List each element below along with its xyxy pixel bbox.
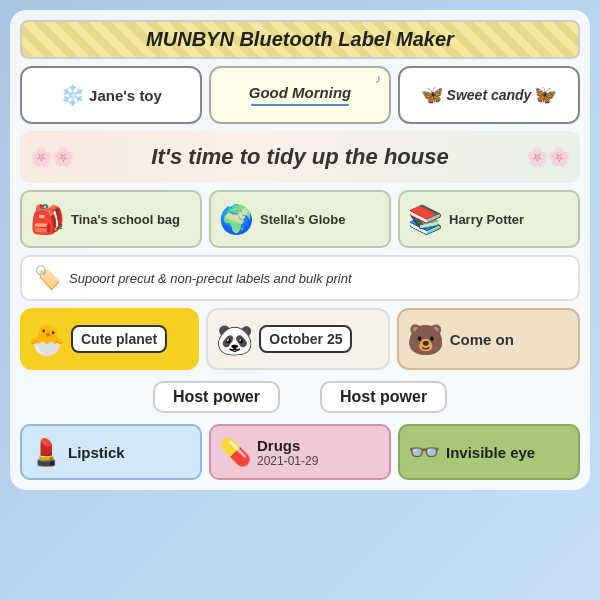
host-power-card-1: Host power — [153, 381, 280, 413]
sweet-candy-card: 🦋 Sweet candy 🦋 — [398, 66, 580, 124]
lipstick-label: Lipstick — [68, 444, 125, 461]
title-bar: MUNBYN Bluetooth Label Maker — [20, 20, 580, 59]
row-school: 🎒 Tina's school bag 🌍 Stella's Globe 📚 H… — [20, 190, 580, 248]
stellas-globe-card: 🌍 Stella's Globe — [209, 190, 391, 248]
panda-card: 🐼 October 25 — [206, 308, 389, 370]
good-morning-underline — [251, 104, 348, 106]
chick-icon: 🐣 — [28, 322, 65, 357]
harry-potter-card: 📚 Harry Potter — [398, 190, 580, 248]
harry-potter-label: Harry Potter — [449, 212, 524, 227]
flower-right-icon: 🌸🌸 — [526, 146, 570, 168]
banner-text: It's time to tidy up the house — [151, 144, 448, 170]
tinas-bag-card: 🎒 Tina's school bag — [20, 190, 202, 248]
label-icon: 🏷️ — [34, 265, 61, 291]
row-bottom: 💄 Lipstick 💊 Drugs 2021-01-29 👓 Invisibl… — [20, 424, 580, 480]
row-label-cards: ❄️ Jane's toy ♪ Good Morning 🦋 Sweet can… — [20, 66, 580, 124]
lipstick-icon: 💄 — [30, 437, 62, 468]
tinas-bag-label: Tina's school bag — [71, 212, 180, 227]
cute-planet-label: Cute planet — [71, 325, 167, 353]
backpack-icon: 🎒 — [30, 203, 65, 236]
janes-toy-label: Jane's toy — [89, 87, 162, 104]
come-on-label: Come on — [450, 331, 514, 348]
snowflake-icon: ❄️ — [60, 83, 85, 107]
drugs-label: Drugs — [257, 437, 318, 454]
support-row: 🏷️ Supoort precut & non-precut labels an… — [20, 255, 580, 301]
good-morning-card: ♪ Good Morning — [209, 66, 391, 124]
music-icon: ♪ — [375, 72, 381, 86]
flower-left-icon: 🌸🌸 — [30, 146, 74, 168]
host-power-card-2: Host power — [320, 381, 447, 413]
october-label: October 25 — [259, 325, 352, 353]
good-morning-label: Good Morning — [249, 84, 351, 101]
host-power-label-1: Host power — [173, 388, 260, 405]
row-animals: 🐣 Cute planet 🐼 October 25 🐻 Come on — [20, 308, 580, 370]
drugs-card: 💊 Drugs 2021-01-29 — [209, 424, 391, 480]
stellas-globe-label: Stella's Globe — [260, 212, 345, 227]
bear-card: 🐻 Come on — [397, 308, 580, 370]
panda-icon: 🐼 — [216, 322, 253, 357]
sweet-candy-label: Sweet candy — [447, 87, 532, 103]
butterfly-left-icon: 🦋 — [421, 84, 443, 106]
books-icon: 📚 — [408, 203, 443, 236]
lipstick-card: 💄 Lipstick — [20, 424, 202, 480]
row-host: Host power Host power — [20, 377, 580, 417]
pill-icon: 💊 — [219, 437, 251, 468]
banner-row: 🌸🌸 It's time to tidy up the house 🌸🌸 — [20, 131, 580, 183]
janes-toy-card: ❄️ Jane's toy — [20, 66, 202, 124]
glasses-icon: 👓 — [408, 437, 440, 468]
chick-card: 🐣 Cute planet — [20, 308, 199, 370]
main-container: MUNBYN Bluetooth Label Maker ❄️ Jane's t… — [10, 10, 590, 490]
drugs-date: 2021-01-29 — [257, 454, 318, 468]
support-text: Supoort precut & non-precut labels and b… — [69, 271, 352, 286]
host-power-label-2: Host power — [340, 388, 427, 405]
invisible-eye-card: 👓 Invisible eye — [398, 424, 580, 480]
butterfly-right-icon: 🦋 — [535, 84, 557, 106]
drugs-text-box: Drugs 2021-01-29 — [257, 437, 318, 468]
globe-icon: 🌍 — [219, 203, 254, 236]
bear-icon: 🐻 — [407, 322, 444, 357]
invisible-eye-label: Invisible eye — [446, 444, 535, 461]
app-title: MUNBYN Bluetooth Label Maker — [146, 28, 454, 50]
